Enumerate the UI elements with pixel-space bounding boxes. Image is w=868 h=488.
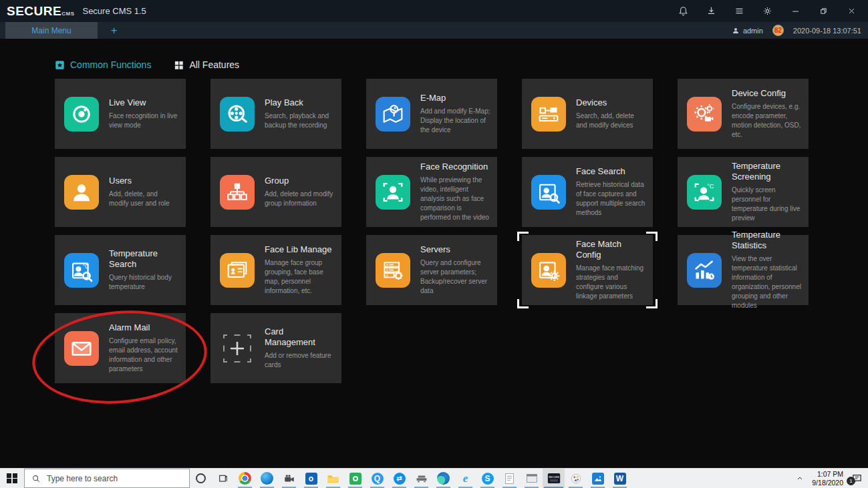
selection-corner: [646, 299, 658, 308]
tile-description: Query and configure server parameters; B…: [420, 258, 490, 296]
window-app-icon[interactable]: [521, 469, 543, 488]
action-center-icon[interactable]: 1: [851, 473, 863, 484]
view-tab-common-functions[interactable]: Common Functions: [55, 59, 151, 70]
tile-temperature-screening[interactable]: °C Temperature Screening Quickly screen …: [678, 157, 809, 227]
menu-icon[interactable]: [725, 1, 753, 21]
view-tab-label: Common Functions: [70, 59, 151, 70]
notification-badge[interactable]: 82: [772, 25, 784, 36]
tile-description: Add, delete and modify group information: [265, 190, 335, 208]
tile-description: Face recognition in live view mode: [109, 111, 179, 130]
word-icon[interactable]: W: [609, 469, 631, 488]
tile-description: While previewing the video, intelligent …: [420, 176, 490, 222]
tile-devices[interactable]: Devices Search, add, delete and modify d…: [522, 79, 653, 149]
file-explorer-icon[interactable]: [322, 469, 344, 488]
tile-title: Device Config: [732, 88, 802, 99]
tile-title: Alarm Mail: [109, 322, 179, 333]
search-placeholder: Type here to search: [47, 474, 118, 483]
org-chart-icon: [220, 175, 255, 210]
app-logo: SECURECMS: [7, 4, 74, 19]
map-pin-icon: [376, 97, 410, 132]
restore-icon[interactable]: [809, 1, 837, 21]
tile-servers[interactable]: Servers Query and configure server param…: [366, 235, 497, 305]
close-icon[interactable]: [837, 1, 865, 21]
tray-time: 1:07 PM: [817, 470, 843, 478]
camera-app-icon[interactable]: [278, 469, 300, 488]
tile-face-lib-manage[interactable]: Face Lib Manage Manage face group groupi…: [210, 235, 341, 305]
tile-title: Devices: [576, 97, 646, 108]
main-menu-content: Common FunctionsAll Features Live View F…: [0, 39, 868, 468]
tile-device-config[interactable]: Device Config Configure devices, e.g. en…: [678, 79, 809, 149]
tile-group[interactable]: Group Add, delete and modify group infor…: [210, 157, 341, 227]
svg-text:°C: °C: [707, 183, 714, 190]
app-logo-suffix: CMS: [61, 11, 74, 17]
download-icon[interactable]: [697, 1, 725, 21]
bell-icon[interactable]: [669, 1, 697, 21]
window-title: Secure CMS 1.5: [82, 6, 146, 16]
outlook-icon[interactable]: o: [300, 469, 322, 488]
tile-description: Configure email policy, email address, a…: [109, 336, 179, 374]
stats-chart-icon: [687, 253, 722, 288]
edge-browser-icon[interactable]: [256, 469, 278, 488]
feature-tile-grid: Live View Face recognition in live view …: [55, 79, 809, 383]
tile-e-map[interactable]: E-Map Add and modify E-Map; Display the …: [366, 79, 497, 149]
notepad-icon[interactable]: [498, 469, 521, 488]
green-circle-app-icon[interactable]: [344, 469, 366, 488]
title-bar: SECURECMS Secure CMS 1.5: [0, 0, 868, 22]
window-controls: [669, 1, 865, 21]
cortana-icon[interactable]: [190, 469, 212, 488]
user-chip[interactable]: admin: [732, 27, 763, 35]
edge-chromium-icon[interactable]: [432, 469, 454, 488]
tile-temperature-search[interactable]: °C Temperature Search Query historical b…: [55, 235, 186, 305]
tile-users[interactable]: Users Add, delete, and modify user and r…: [55, 157, 186, 227]
q-search-app-icon[interactable]: Q: [366, 469, 388, 488]
minimize-icon[interactable]: [781, 1, 809, 21]
tile-description: Search, add, delete and modify devices: [576, 111, 646, 130]
secure-cms-window: SECURECMS Secure CMS 1.5 Main Menu + adm…: [0, 0, 868, 488]
film-reel-icon: [220, 97, 255, 132]
tile-face-recognition[interactable]: Face Recognition While previewing the vi…: [366, 157, 497, 227]
view-tab-label: All Features: [189, 59, 239, 70]
tile-alarm-mail[interactable]: Alarm Mail Configure email policy, email…: [55, 313, 186, 383]
printer-app-icon[interactable]: [410, 469, 432, 488]
tile-description: Search, playback and backup the recordin…: [265, 111, 335, 130]
tile-description: Retrieve historical data of face capture…: [576, 180, 646, 218]
tile-play-back[interactable]: Play Back Search, playback and backup th…: [210, 79, 341, 149]
gear-icon[interactable]: [753, 1, 781, 21]
action-center-count: 1: [847, 477, 855, 485]
svg-text:°C: °C: [83, 262, 89, 269]
tile-title: Temperature Screening: [732, 161, 802, 182]
selection-corner: [646, 232, 658, 241]
username: admin: [743, 27, 763, 35]
chrome-icon[interactable]: [234, 469, 256, 488]
new-tab-button[interactable]: +: [111, 25, 117, 37]
teamviewer-icon[interactable]: ⇄: [388, 469, 410, 488]
task-view-icon[interactable]: [212, 469, 234, 488]
photos-icon[interactable]: [587, 469, 609, 488]
skype-icon[interactable]: S: [476, 469, 498, 488]
view-tab-all-features[interactable]: All Features: [174, 59, 239, 70]
add-card-icon: [220, 331, 255, 366]
taskbar-search[interactable]: Type here to search: [24, 469, 190, 488]
search-icon: [31, 474, 41, 483]
tray-date: 9/18/2020: [812, 479, 843, 487]
secure-cms-app-icon[interactable]: SECURE: [543, 469, 565, 488]
internet-explorer-icon[interactable]: e: [454, 469, 476, 488]
tile-live-view[interactable]: Live View Face recognition in live view …: [55, 79, 186, 149]
tile-temperature-statistics[interactable]: Temperature Statistics View the over tem…: [678, 235, 809, 305]
tile-face-search[interactable]: Face Search Retrieve historical data of …: [522, 157, 653, 227]
tile-card-management[interactable]: Card Management Add or remove feature ca…: [210, 313, 341, 383]
start-button[interactable]: [0, 469, 24, 488]
tray-chevron-up-icon[interactable]: [796, 475, 804, 483]
tile-title: Face Search: [576, 166, 646, 177]
tray-clock[interactable]: 1:07 PM 9/18/2020: [812, 470, 843, 487]
tile-title: Face Recognition: [420, 162, 490, 172]
tab-bar-right: admin 82 2020-09-18 13:07:51: [732, 25, 868, 36]
tile-face-match-config[interactable]: Face Match Config Manage face matching s…: [522, 235, 653, 305]
windows-logo-icon: [7, 473, 17, 484]
tile-title: Temperature Statistics: [732, 230, 802, 250]
tile-title: Play Back: [265, 97, 335, 108]
user-icon: [732, 27, 740, 35]
tab-bar: Main Menu + admin 82 2020-09-18 13:07:51: [0, 22, 868, 39]
tab-main-menu[interactable]: Main Menu: [5, 22, 98, 39]
paint-icon[interactable]: [565, 469, 587, 488]
